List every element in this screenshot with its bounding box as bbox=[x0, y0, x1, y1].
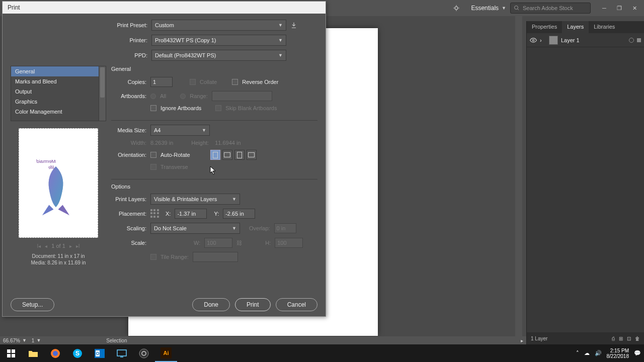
tray-cloud-icon[interactable]: ☁ bbox=[584, 350, 590, 356]
auto-rotate-checkbox[interactable] bbox=[150, 152, 156, 158]
y-label: Y: bbox=[214, 211, 219, 217]
media-size-dropdown[interactable]: A4▼ bbox=[150, 125, 210, 136]
first-page-button[interactable]: I◂ bbox=[37, 243, 41, 249]
firefox-icon[interactable] bbox=[44, 344, 66, 362]
print-layers-dropdown[interactable]: Visible & Printable Layers▼ bbox=[150, 194, 240, 205]
width-value: 8.2639 in bbox=[150, 140, 173, 146]
h-label: H: bbox=[265, 240, 271, 246]
artboard-nav-dropdown[interactable]: 1▼ bbox=[32, 338, 41, 343]
workspace-switcher[interactable]: Essentials ▼ bbox=[467, 3, 510, 14]
orientation-portrait-down[interactable] bbox=[234, 150, 245, 160]
tile-range-input bbox=[193, 252, 238, 262]
tool-name: Selection bbox=[106, 338, 127, 343]
layer-thumbnail bbox=[549, 36, 558, 45]
minimize-button[interactable]: ─ bbox=[597, 3, 612, 13]
nav-scrollbar[interactable] bbox=[99, 66, 106, 121]
help-icon[interactable] bbox=[453, 5, 460, 12]
file-explorer-icon[interactable] bbox=[22, 344, 44, 362]
search-placeholder: Search Adobe Stock bbox=[523, 5, 573, 11]
monitor-icon[interactable] bbox=[111, 344, 133, 362]
svg-text:Ai: Ai bbox=[164, 350, 169, 356]
new-layer-icon[interactable]: ⊡ bbox=[627, 336, 631, 341]
printer-dropdown[interactable]: Pro8432WT PS (Copy 1)▼ bbox=[151, 35, 286, 46]
zoom-dropdown[interactable]: 66.67%▼ bbox=[3, 338, 27, 343]
tray-chevron-icon[interactable]: ˄ bbox=[576, 350, 579, 356]
copies-input[interactable] bbox=[150, 77, 173, 87]
print-button[interactable]: Print bbox=[235, 298, 271, 311]
print-dialog: Print Print Preset: Custom▼ Printer: Pro… bbox=[2, 1, 326, 317]
panel-tabs: Properties Layers Libraries bbox=[527, 21, 644, 33]
new-sublayer-icon[interactable]: ⊞ bbox=[619, 336, 623, 341]
skype-icon[interactable]: S bbox=[66, 344, 89, 362]
playback-icon[interactable]: ▸ bbox=[521, 338, 523, 343]
done-button[interactable]: Done bbox=[192, 298, 230, 311]
tab-layers[interactable]: Layers bbox=[562, 21, 589, 33]
notification-icon[interactable]: 💬 bbox=[634, 350, 641, 356]
outlook-icon[interactable]: O bbox=[89, 344, 111, 362]
section-nav-list[interactable]: General Marks and Bleed Output Graphics … bbox=[11, 66, 106, 121]
save-preset-icon[interactable] bbox=[289, 21, 298, 30]
chevron-down-icon: ▼ bbox=[502, 6, 506, 11]
obs-icon[interactable] bbox=[133, 344, 155, 362]
next-page-button[interactable]: ▸ bbox=[69, 243, 72, 249]
delete-layer-icon[interactable]: 🗑 bbox=[635, 336, 640, 341]
range-input bbox=[212, 91, 272, 101]
tray-clock[interactable]: 2:15 PM 8/22/2018 bbox=[607, 348, 629, 359]
dialog-title: Print bbox=[3, 2, 326, 14]
last-page-button[interactable]: ▸I bbox=[76, 243, 80, 249]
panels-dock: Properties Layers Libraries › Layer 1 1 … bbox=[526, 21, 644, 344]
locate-icon[interactable]: ⎙ bbox=[612, 336, 615, 341]
nav-graphics[interactable]: Graphics bbox=[11, 97, 106, 107]
cancel-button[interactable]: Cancel bbox=[276, 298, 317, 311]
ignore-artboards-checkbox[interactable] bbox=[150, 105, 156, 111]
orientation-label: Orientation: bbox=[111, 152, 146, 158]
layer-row[interactable]: › Layer 1 bbox=[527, 33, 644, 47]
print-layers-label: Print Layers: bbox=[111, 196, 146, 202]
print-preset-value: Custom bbox=[155, 22, 174, 28]
doc-size-line: Document: 11 in x 17 in bbox=[11, 253, 106, 259]
orientation-landscape-right[interactable] bbox=[247, 150, 257, 160]
nav-color-management[interactable]: Color Management bbox=[11, 107, 106, 117]
print-preset-dropdown[interactable]: Custom▼ bbox=[151, 20, 286, 31]
disclosure-icon[interactable]: › bbox=[540, 37, 546, 43]
x-label: X: bbox=[166, 211, 171, 217]
select-indicator[interactable] bbox=[637, 38, 641, 42]
prev-page-button[interactable]: ◂ bbox=[45, 243, 47, 249]
orientation-portrait-up[interactable] bbox=[210, 150, 220, 160]
svg-rect-10 bbox=[7, 349, 11, 353]
vertical-scrollbar[interactable] bbox=[515, 16, 522, 337]
illustrator-icon[interactable]: Ai bbox=[155, 344, 177, 362]
start-button[interactable] bbox=[0, 344, 22, 362]
setup-button[interactable]: Setup... bbox=[11, 298, 54, 311]
preview-artwork: Mermaid life bbox=[33, 152, 78, 217]
visibility-icon[interactable] bbox=[530, 37, 537, 44]
reverse-order-checkbox[interactable] bbox=[232, 79, 238, 85]
svg-text:life: life bbox=[48, 165, 54, 170]
maximize-button[interactable]: ❐ bbox=[612, 3, 627, 13]
x-input[interactable] bbox=[175, 209, 207, 219]
svg-rect-13 bbox=[12, 354, 15, 357]
search-stock-input[interactable]: Search Adobe Stock bbox=[510, 3, 591, 14]
all-radio bbox=[150, 94, 156, 99]
copies-label: Copies: bbox=[111, 79, 146, 85]
options-section-title: Options bbox=[111, 184, 317, 190]
y-input[interactable] bbox=[223, 209, 255, 219]
scaling-dropdown[interactable]: Do Not Scale▼ bbox=[150, 223, 240, 234]
preview-pager: I◂ ◂ 1 of 1 ▸ ▸I bbox=[11, 243, 106, 249]
overlap-label: Overlap: bbox=[249, 225, 270, 231]
height-value: 11.6944 in bbox=[215, 140, 240, 146]
placement-grid[interactable] bbox=[150, 209, 159, 218]
layer-name: Layer 1 bbox=[561, 37, 580, 43]
tab-libraries[interactable]: Libraries bbox=[589, 21, 620, 33]
close-button[interactable]: ✕ bbox=[627, 3, 642, 13]
target-icon[interactable] bbox=[629, 38, 634, 43]
svg-point-23 bbox=[139, 349, 148, 358]
nav-general[interactable]: General bbox=[11, 66, 106, 76]
orientation-landscape-left[interactable] bbox=[222, 150, 232, 160]
tray-sound-icon[interactable]: 🔊 bbox=[595, 350, 602, 356]
tab-properties[interactable]: Properties bbox=[527, 21, 562, 33]
nav-output[interactable]: Output bbox=[11, 86, 106, 97]
nav-marks-bleed[interactable]: Marks and Bleed bbox=[11, 76, 106, 86]
ppd-dropdown[interactable]: Default (Pro8432WT PS)▼ bbox=[151, 50, 286, 61]
tray-date: 8/22/2018 bbox=[607, 353, 629, 359]
